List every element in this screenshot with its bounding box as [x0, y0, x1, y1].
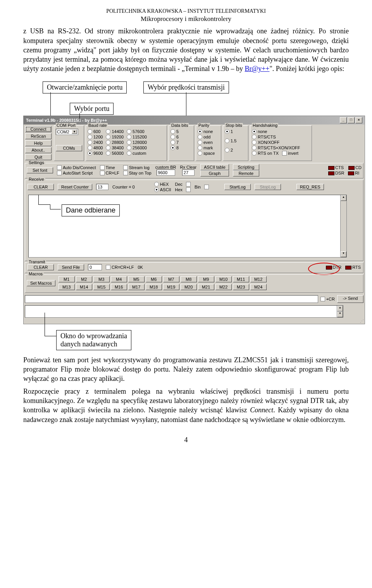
hs-3[interactable]: RTS/CTS+XON/XOFF — [252, 145, 310, 150]
fmt-dec[interactable]: Dec — [175, 182, 191, 187]
baud-2400[interactable]: 2400 — [88, 140, 103, 145]
baud-600[interactable]: 600 — [88, 129, 103, 134]
setfont-button[interactable]: Set font — [27, 167, 53, 173]
baud-128000[interactable]: 128000 — [127, 140, 147, 145]
graph-button[interactable]: Graph — [200, 170, 229, 176]
baud-57600[interactable]: 57600 — [127, 129, 147, 134]
minimize-button[interactable]: _ — [340, 117, 347, 123]
check-crlf[interactable]: CR=LF — [100, 170, 119, 176]
databits-8[interactable]: 8 — [170, 145, 192, 150]
macro-M20[interactable]: M20 — [181, 284, 197, 290]
reqres-button[interactable]: REQ_RES — [296, 184, 324, 190]
parity-space[interactable]: space — [198, 150, 219, 156]
databits-6[interactable]: 6 — [170, 134, 192, 140]
macro-M13[interactable]: M13 — [59, 284, 75, 290]
parity-none[interactable]: none — [198, 129, 219, 134]
close-button[interactable]: × — [355, 117, 362, 123]
send-input[interactable] — [25, 295, 318, 303]
baud-256000[interactable]: 256000 — [127, 145, 147, 150]
macro-M21[interactable]: M21 — [198, 284, 214, 290]
coms-button[interactable]: COMs — [56, 145, 82, 151]
custombr-input[interactable]: 9600 — [157, 169, 175, 176]
macro-M2[interactable]: M2 — [76, 276, 92, 282]
parity-mark[interactable]: mark — [198, 145, 219, 150]
databits-5[interactable]: 5 — [170, 129, 192, 134]
macro-M5[interactable]: M5 — [128, 276, 145, 282]
check-stay[interactable]: Stay on Top — [123, 170, 152, 176]
remote-button[interactable]: Remote — [233, 170, 259, 176]
transmit-textarea[interactable]: ▲ ▼ — [25, 305, 343, 318]
cr-check[interactable]: +CR — [320, 295, 335, 303]
resize-grip-icon[interactable]: ⋰ — [24, 319, 365, 324]
baud-custom[interactable]: custom — [127, 150, 147, 156]
hs-1[interactable]: RTS/CTS — [252, 134, 310, 140]
baud-28800[interactable]: 28800 — [106, 140, 124, 145]
stopbits-1.5[interactable]: 1.5 — [225, 138, 246, 144]
macro-M23[interactable]: M23 — [233, 284, 249, 290]
baud-4800[interactable]: 4800 — [88, 145, 103, 150]
ascii-button[interactable]: ASCII table — [200, 164, 229, 170]
check-stream[interactable]: Stream log — [123, 165, 152, 170]
rxclear-input[interactable]: 27 — [182, 169, 195, 176]
scroll-up-icon-2[interactable]: ▲ — [337, 306, 343, 311]
tx-spin[interactable]: 0 — [88, 264, 102, 270]
send-button[interactable]: -> Send — [337, 295, 363, 303]
stopbits-2[interactable]: 2 — [225, 147, 246, 153]
check-autodis[interactable]: Auto Dis/Connect — [57, 165, 96, 170]
macro-M1[interactable]: M1 — [59, 276, 75, 282]
baud-38400[interactable]: 38400 — [106, 145, 124, 150]
hs-4[interactable]: RTS on TX invert — [252, 150, 310, 156]
macro-M3[interactable]: M3 — [93, 276, 110, 282]
hs-2[interactable]: XON/XOFF — [252, 140, 310, 145]
macro-M12[interactable]: M12 — [250, 276, 267, 282]
fmt-hexc[interactable]: Hex — [175, 187, 191, 192]
macro-M9[interactable]: M9 — [198, 276, 214, 282]
sendfile-button[interactable]: Send File — [58, 264, 84, 270]
macro-M24[interactable]: M24 — [250, 284, 267, 290]
about-button[interactable]: About.. — [25, 147, 52, 153]
macro-M14[interactable]: M14 — [76, 284, 92, 290]
help-button[interactable]: Help — [25, 140, 52, 146]
baud-56000[interactable]: 56000 — [106, 150, 124, 156]
quit-button[interactable]: Quit — [25, 154, 52, 160]
macro-M4[interactable]: M4 — [111, 276, 127, 282]
clear-rx-button[interactable]: CLEAR — [28, 184, 54, 190]
macro-M11[interactable]: M11 — [233, 276, 249, 282]
fmt-hex[interactable]: HEX — [154, 182, 171, 187]
parity-odd[interactable]: odd — [198, 134, 219, 140]
rts-led[interactable] — [345, 266, 351, 270]
macro-M17[interactable]: M17 — [128, 284, 145, 290]
bray-link[interactable]: Br@y++ — [245, 65, 270, 73]
parity-even[interactable]: even — [198, 140, 219, 145]
macro-M6[interactable]: M6 — [146, 276, 162, 282]
macro-M22[interactable]: M22 — [215, 284, 232, 290]
rescan-button[interactable]: ReScan — [25, 133, 52, 139]
macro-M8[interactable]: M8 — [181, 276, 197, 282]
startlog-button[interactable]: StartLog — [224, 184, 251, 190]
stopbits-1[interactable]: 1 — [225, 129, 246, 134]
databits-7[interactable]: 7 — [170, 140, 192, 145]
macro-M7[interactable]: M7 — [163, 276, 179, 282]
clear-tx-button[interactable]: CLEAR — [28, 264, 54, 270]
maximize-button[interactable]: □ — [348, 117, 355, 123]
reset-counter-button[interactable]: Reset Counter — [58, 184, 92, 190]
check-time[interactable]: Time — [100, 165, 119, 170]
macro-M18[interactable]: M18 — [146, 284, 162, 290]
baud-9600[interactable]: 9600 — [88, 150, 103, 156]
macro-M15[interactable]: M15 — [93, 284, 110, 290]
hs-0[interactable]: none — [252, 129, 310, 134]
scripting-button[interactable]: Scripting — [233, 164, 259, 170]
scroll-up-icon[interactable]: ▲ — [341, 195, 346, 201]
check-autostart[interactable]: AutoStart Script — [57, 170, 96, 176]
baud-19200[interactable]: 19200 — [106, 134, 124, 140]
connect-button[interactable]: Connect — [25, 126, 52, 132]
baud-14400[interactable]: 14400 — [106, 129, 124, 134]
fmt-ascii[interactable]: ASCII — [154, 187, 171, 192]
comport-combo[interactable]: COM2▼ — [56, 129, 78, 135]
setmacros-button[interactable]: Set Macros — [27, 280, 55, 286]
scroll-down-icon[interactable]: ▼ — [341, 251, 346, 257]
fmt-bin[interactable]: Bin — [195, 184, 209, 190]
scroll-down-icon-2[interactable]: ▼ — [337, 311, 343, 317]
macro-M19[interactable]: M19 — [163, 284, 179, 290]
baud-115200[interactable]: 115200 — [127, 134, 147, 140]
